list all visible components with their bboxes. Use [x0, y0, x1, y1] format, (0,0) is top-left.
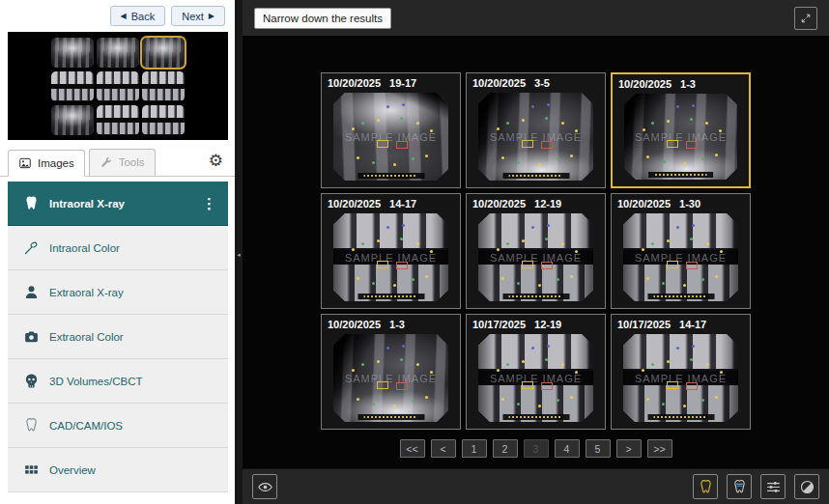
annotation-box	[541, 382, 553, 390]
collapse-grip-icon[interactable]: ◂	[235, 238, 243, 271]
gear-icon[interactable]: ⚙	[209, 153, 223, 169]
xray-thumbnail[interactable]	[97, 38, 139, 68]
sidebar-item-label: Intraoral X-ray	[49, 198, 125, 210]
annotation-box	[667, 140, 678, 148]
annotation-box	[667, 261, 678, 268]
xray-thumbnail[interactable]	[51, 71, 94, 101]
page-button-4[interactable]: 4	[555, 439, 580, 458]
sidebar-item-intraoral-x-ray[interactable]: Intraoral X-ray ⋮	[8, 182, 228, 226]
result-card[interactable]: 10/20/2025 14-17 SAMPLE IMAGE	[321, 193, 461, 309]
xray-thumbnail[interactable]	[51, 105, 94, 135]
annotation-dot	[715, 275, 718, 278]
tab-tools[interactable]: Tools	[89, 149, 156, 176]
annotation-dot	[402, 103, 405, 106]
annotation-dot	[416, 242, 419, 245]
annotation-dot	[705, 122, 708, 125]
result-card-label: 10/20/2025 12-19	[467, 194, 605, 212]
image-caption-strip	[647, 414, 714, 420]
annotation-box	[522, 140, 533, 148]
tab-images[interactable]: Images	[8, 150, 85, 177]
sidebar-item-extraoral-x-ray[interactable]: Extraoral X-ray ⋮	[8, 270, 228, 315]
annotation-dot	[561, 122, 564, 125]
annotation-dot	[430, 371, 433, 374]
result-card[interactable]: 10/20/2025 1-30 SAMPLE IMAGE	[611, 193, 751, 309]
sample-watermark: SAMPLE IMAGE	[624, 131, 737, 143]
sidebar-item-intraoral-color[interactable]: Intraoral Color ⋮	[8, 226, 228, 270]
tooth-annotations-button[interactable]	[693, 474, 718, 499]
result-card-selected[interactable]: 10/20/2025 1-3 SAMPLE IMAGE	[611, 72, 751, 188]
sample-watermark: SAMPLE IMAGE	[478, 131, 593, 143]
filter-settings-button[interactable]	[760, 474, 786, 499]
annotation-dot	[719, 129, 722, 132]
image-caption-strip	[647, 294, 714, 299]
next-page-button[interactable]: >	[616, 439, 642, 458]
annotation-dot	[400, 358, 403, 361]
result-card[interactable]: 10/20/2025 1-3 SAMPLE IMAGE	[321, 314, 461, 430]
annotation-dot	[361, 242, 364, 245]
result-card[interactable]: 10/20/2025 19-17 SAMPLE IMAGE	[321, 72, 461, 188]
annotation-dot	[545, 117, 548, 120]
annotation-dot	[377, 360, 380, 363]
result-card-label: 10/20/2025 3-5	[467, 73, 605, 92]
pagination: <<<12345>>>	[243, 439, 829, 458]
page-button-1[interactable]: 1	[462, 439, 487, 458]
annotation-dot	[430, 129, 433, 132]
prev-page-button[interactable]: <	[431, 439, 456, 458]
xray-thumbnail[interactable]	[51, 38, 94, 68]
wrench-icon	[100, 155, 113, 169]
next-button[interactable]: Next ▶	[171, 6, 225, 26]
annotation-dot	[352, 369, 355, 372]
sidebar-item-cad-cam-ios[interactable]: CAD/CAM/IOS ⋮	[8, 404, 228, 448]
annotation-dot	[386, 105, 389, 108]
annotation-dot	[352, 248, 355, 251]
annotation-dot	[557, 399, 559, 402]
result-card[interactable]: 10/20/2025 12-19 SAMPLE IMAGE	[466, 193, 606, 309]
xray-thumbnail[interactable]	[97, 105, 139, 135]
first-page-button[interactable]: <<	[400, 439, 425, 458]
xray-image: SAMPLE IMAGE	[624, 94, 737, 180]
annotation-box	[522, 381, 533, 389]
xray-thumbnail[interactable]	[142, 71, 185, 101]
annotation-dot	[425, 275, 428, 278]
annotation-dot	[377, 119, 380, 122]
result-card-date: 10/17/2025	[617, 319, 671, 330]
annotation-box	[541, 262, 553, 269]
kebab-menu-icon[interactable]: ⋮	[202, 195, 216, 212]
sidebar-item-overview[interactable]: Overview ⋮	[8, 448, 228, 492]
tooth-outline-icon	[23, 417, 40, 434]
result-card[interactable]: 10/17/2025 12-19 SAMPLE IMAGE	[466, 314, 606, 430]
tooth-outline-icon	[698, 479, 714, 495]
last-page-button[interactable]: >>	[647, 439, 672, 458]
xray-thumbnail-selected[interactable]	[142, 38, 185, 68]
panel-divider[interactable]: ◂	[235, 0, 243, 504]
tooth-chart-button[interactable]	[727, 474, 752, 499]
annotation-dot	[501, 398, 504, 401]
left-sidebar: ◀ Back Next ▶ Images Tools ⚙ Intraoral X…	[0, 0, 235, 504]
page-button-current[interactable]: 3	[524, 439, 549, 458]
contrast-button[interactable]	[794, 474, 819, 499]
annotation-dot	[570, 275, 573, 278]
page-button-5[interactable]: 5	[586, 439, 611, 458]
annotation-dot	[651, 242, 654, 245]
page-button-2[interactable]: 2	[493, 439, 518, 458]
result-card[interactable]: 10/17/2025 14-17 SAMPLE IMAGE	[611, 314, 751, 430]
annotation-dot	[497, 127, 500, 130]
xray-thumbnail[interactable]	[142, 105, 185, 135]
back-button[interactable]: ◀ Back	[110, 6, 166, 26]
camera-icon	[23, 328, 40, 345]
visibility-toggle-button[interactable]	[252, 474, 277, 499]
sidebar-item-extraoral-color[interactable]: Extraoral Color ⋮	[8, 315, 228, 359]
annotation-dot	[646, 398, 649, 401]
annotation-dot	[545, 238, 548, 240]
annotation-dot	[715, 154, 718, 156]
expand-button[interactable]	[794, 7, 817, 30]
image-caption-strip	[357, 173, 424, 179]
image-caption-strip	[357, 294, 424, 299]
sidebar-item-3d-volumes-cbct[interactable]: 3D Volumes/CBCT ⋮	[8, 359, 228, 404]
annotation-dot	[570, 396, 573, 399]
result-card[interactable]: 10/20/2025 3-5 SAMPLE IMAGE	[466, 72, 606, 188]
xray-thumbnail[interactable]	[97, 71, 139, 101]
category-list: Intraoral X-ray ⋮ Intraoral Color ⋮ Extr…	[8, 182, 228, 492]
annotation-dot	[357, 398, 359, 401]
narrow-results-button[interactable]: Narrow down the results	[254, 8, 391, 29]
